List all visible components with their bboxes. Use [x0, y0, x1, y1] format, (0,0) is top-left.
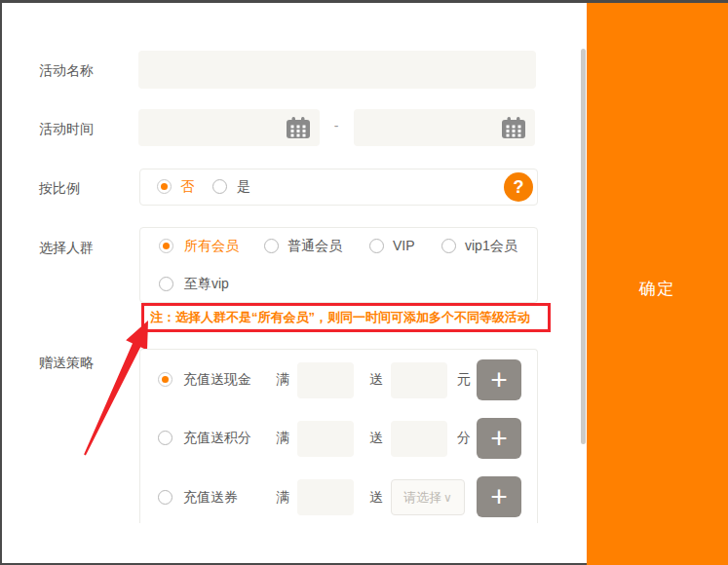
- strategy-radio-cash[interactable]: [158, 372, 172, 387]
- confirm-button[interactable]: 确定: [587, 278, 728, 300]
- points-threshold-input[interactable]: [297, 421, 354, 457]
- crowd-option-vip1-label[interactable]: vip1会员: [465, 238, 517, 255]
- add-cash-rule-button[interactable]: +: [477, 359, 521, 400]
- strategy-radio-coupon[interactable]: [158, 490, 172, 505]
- gift-mid: 送: [369, 489, 383, 507]
- coupon-select-placeholder: 请选择: [403, 490, 441, 505]
- crowd-option-normal-label[interactable]: 普通会员: [287, 238, 342, 255]
- coupon-threshold-input[interactable]: [297, 479, 354, 515]
- crowd-radio-supreme[interactable]: [159, 277, 173, 291]
- strategy-points-label[interactable]: 充值送积分: [183, 430, 251, 447]
- ratio-radio-yes[interactable]: [212, 179, 227, 194]
- help-icon[interactable]: ?: [504, 172, 533, 202]
- annotation-highlight-box: 注：选择人群不是“所有会员”，则同一时间可添加多个不同等级活动: [141, 303, 551, 332]
- calendar-icon: [501, 116, 526, 144]
- strategy-radio-points[interactable]: [158, 431, 172, 445]
- crowd-radio-all[interactable]: [159, 239, 173, 253]
- add-coupon-rule-button[interactable]: +: [477, 476, 521, 517]
- window-border-left: [0, 0, 2, 565]
- activity-name-label: 活动名称: [39, 62, 94, 80]
- ratio-option-yes-label[interactable]: 是: [237, 178, 250, 196]
- activity-edit-dialog: 活动名称 活动时间 按比例 选择人群 赠送策略 -: [0, 0, 728, 565]
- threshold-prefix: 满: [276, 489, 289, 507]
- crowd-option-vip-label[interactable]: VIP: [393, 238, 415, 253]
- unit-yuan: 元: [457, 371, 471, 389]
- crowd-option-all-label[interactable]: 所有会员: [184, 238, 239, 255]
- points-gift-input[interactable]: [391, 421, 447, 457]
- crowd-label: 选择人群: [39, 240, 94, 257]
- cash-gift-input[interactable]: [391, 362, 447, 398]
- crowd-radio-normal[interactable]: [264, 239, 279, 253]
- activity-time-label: 活动时间: [39, 121, 94, 138]
- calendar-icon: [286, 116, 311, 144]
- crowd-option-supreme-label[interactable]: 至尊vip: [184, 276, 229, 293]
- gift-mid: 送: [369, 371, 383, 389]
- crowd-radio-vip1[interactable]: [441, 239, 456, 253]
- strategy-coupon-label[interactable]: 充值送券: [183, 489, 238, 507]
- scrollbar-thumb[interactable]: [581, 49, 586, 444]
- gift-mid: 送: [369, 430, 383, 447]
- confirm-side-panel: 确定: [587, 3, 728, 565]
- date-end-input[interactable]: [354, 109, 535, 146]
- threshold-prefix: 满: [276, 430, 289, 447]
- ratio-option-no-label[interactable]: 否: [180, 178, 194, 196]
- ratio-group-box: ?: [139, 169, 538, 206]
- strategy-label: 赠送策略: [39, 355, 94, 372]
- ratio-radio-no[interactable]: [157, 179, 172, 194]
- date-start-input[interactable]: [138, 109, 320, 146]
- cash-threshold-input[interactable]: [297, 362, 354, 398]
- crowd-note-text: 注：选择人群不是“所有会员”，则同一时间可添加多个不同等级活动: [150, 309, 530, 326]
- date-range-separator: -: [326, 118, 347, 133]
- unit-points: 分: [457, 430, 471, 447]
- ratio-label: 按比例: [39, 180, 80, 198]
- coupon-select[interactable]: 请选择∨: [391, 479, 465, 515]
- add-points-rule-button[interactable]: +: [477, 418, 521, 459]
- chevron-down-icon: ∨: [443, 491, 452, 505]
- activity-name-input[interactable]: [138, 51, 536, 89]
- threshold-prefix: 满: [276, 371, 289, 389]
- strategy-cash-label[interactable]: 充值送现金: [183, 371, 251, 389]
- crowd-radio-vip[interactable]: [369, 239, 384, 253]
